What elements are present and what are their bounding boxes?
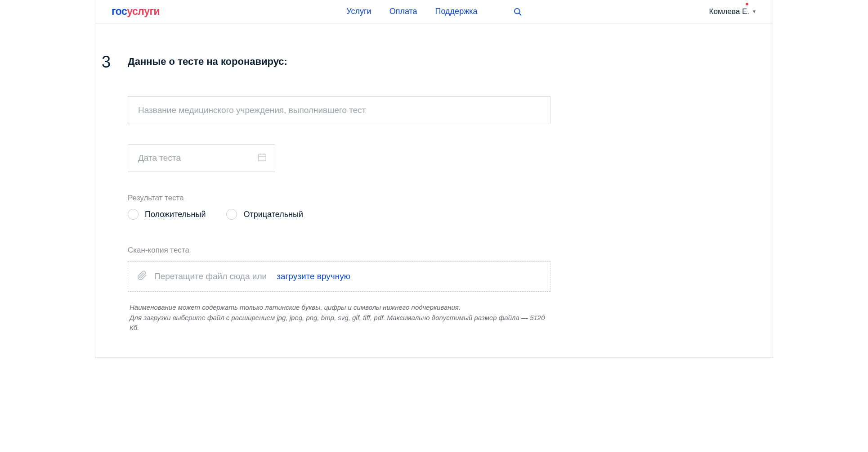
- form: Результат теста Положительный Отрицатель…: [128, 96, 550, 333]
- upload-link[interactable]: загрузите вручную: [277, 271, 350, 281]
- institution-input[interactable]: [128, 96, 550, 124]
- upload-hint: Наименование может содержать только лати…: [128, 303, 550, 333]
- radio-positive[interactable]: Положительный: [128, 209, 206, 220]
- step-title: Данные о тесте на коронавирус:: [128, 54, 287, 68]
- result-label: Результат теста: [128, 194, 550, 203]
- header: госуслуги Услуги Оплата Поддержка Комлев…: [95, 0, 773, 23]
- logo[interactable]: госуслуги: [112, 5, 160, 18]
- paperclip-icon: [137, 271, 147, 282]
- radio-negative-label: Отрицательный: [243, 210, 303, 219]
- result-radio-group: Положительный Отрицательный: [128, 209, 550, 220]
- search-icon: [513, 7, 522, 16]
- step-header: 3 Данные о тесте на коронавирус:: [95, 54, 773, 70]
- search-button[interactable]: [513, 7, 522, 16]
- user-menu[interactable]: Комлева Е. ▼: [709, 7, 756, 16]
- user-name: Комлева Е.: [709, 7, 750, 16]
- svg-line-1: [519, 13, 521, 15]
- logo-part-1: гос: [112, 5, 127, 17]
- scan-label: Скан-копия теста: [128, 246, 550, 255]
- nav-support[interactable]: Поддержка: [435, 7, 478, 16]
- nav-payment[interactable]: Оплата: [389, 7, 417, 16]
- content: 3 Данные о тесте на коронавирус:: [95, 23, 773, 356]
- radio-icon: [128, 209, 139, 220]
- logo-part-2: услуги: [127, 5, 160, 17]
- radio-negative[interactable]: Отрицательный: [226, 209, 303, 220]
- file-upload-dropzone[interactable]: Перетащите файл сюда или загрузите вручн…: [128, 261, 550, 292]
- hint-line-1: Наименование может содержать только лати…: [130, 303, 461, 311]
- chevron-down-icon: ▼: [752, 9, 756, 14]
- hint-line-2: Для загрузки выберите файл с расширением…: [130, 314, 545, 332]
- nav-services[interactable]: Услуги: [346, 7, 371, 16]
- radio-icon: [226, 209, 237, 220]
- test-date-input[interactable]: [128, 144, 275, 172]
- step-number: 3: [95, 54, 128, 70]
- upload-text: Перетащите файл сюда или: [154, 271, 267, 281]
- notification-dot-icon: [746, 3, 748, 5]
- nav: Услуги Оплата Поддержка: [346, 7, 522, 16]
- date-input-wrap: [128, 144, 275, 172]
- radio-positive-label: Положительный: [145, 210, 206, 219]
